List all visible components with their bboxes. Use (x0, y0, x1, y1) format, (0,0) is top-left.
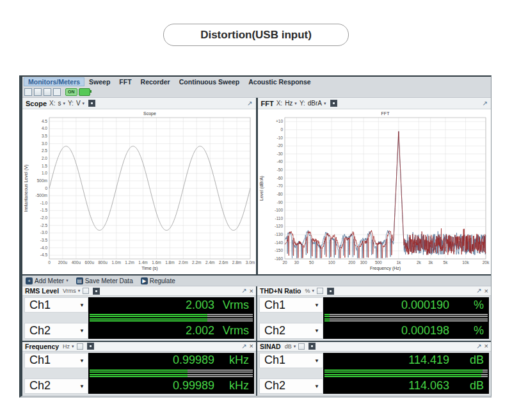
svg-text:-3.5: -3.5 (40, 238, 48, 242)
regulate-icon: ▶ (141, 277, 148, 284)
meter-display: 0.99989 kHz (88, 353, 254, 368)
svg-text:10k: 10k (462, 260, 469, 265)
popout-icon[interactable]: ↗ (241, 343, 246, 350)
svg-text:-30: -30 (276, 152, 283, 156)
layout-split-icon[interactable] (24, 88, 32, 96)
bar-meter-ch2 (90, 374, 253, 377)
svg-text:-40: -40 (276, 159, 283, 164)
display-mode-icon[interactable] (317, 288, 323, 294)
layout-grid-icon[interactable] (34, 88, 42, 96)
settings-icon[interactable] (93, 288, 100, 295)
svg-text:3k: 3k (428, 260, 433, 265)
fft-panel: FFT X: Hz ▾ Y: dBrA ▾ ↗ +100-10-20-30-4 (256, 98, 492, 274)
fft-y-unit-dropdown[interactable]: dBrA ▾ (308, 100, 326, 107)
generator-on-toggle[interactable]: ON (65, 88, 90, 96)
channel-selector[interactable]: Ch2 ▼ (259, 323, 323, 338)
meter-header: RMS Level Vrms ▾ ↗ × (22, 286, 256, 296)
meter-unit-dropdown[interactable]: Vrms ▾ (63, 288, 80, 294)
channel-selector[interactable]: Ch1 ▼ (24, 297, 88, 313)
meter-unit-dropdown[interactable]: Hz ▾ (63, 343, 74, 350)
svg-text:0: 0 (280, 127, 283, 132)
svg-text:1.0: 1.0 (42, 171, 47, 175)
svg-text:Frequency (Hz): Frequency (Hz) (369, 266, 400, 271)
display-mode-icon[interactable] (83, 288, 89, 294)
y-axis-label: Y: (68, 100, 74, 107)
close-icon[interactable]: × (250, 343, 253, 350)
svg-text:1.6m: 1.6m (152, 260, 161, 265)
tab-continuous-sweep[interactable]: Continuous Sweep (175, 77, 244, 86)
regulate-button[interactable]: ▶ Regulate (141, 277, 175, 284)
svg-text:-80: -80 (276, 192, 283, 196)
popout-icon[interactable]: ↗ (476, 288, 481, 294)
settings-icon[interactable] (330, 100, 337, 107)
channel-selector[interactable]: Ch2 ▼ (24, 323, 88, 338)
layout-single-icon[interactable] (44, 88, 51, 96)
settings-icon[interactable] (327, 288, 334, 295)
svg-text:-10: -10 (276, 136, 283, 140)
svg-text:-1.5: -1.5 (40, 208, 48, 212)
chevron-down-icon: ▾ (83, 101, 85, 106)
channel-selector[interactable]: Ch1 ▼ (259, 353, 323, 368)
meter-unit: dB (449, 354, 484, 367)
svg-text:Level (dBrA): Level (dBrA) (259, 176, 264, 201)
channel-selector[interactable]: Ch1 ▼ (259, 297, 323, 313)
svg-text:500m: 500m (37, 178, 47, 183)
svg-text:2.8m: 2.8m (232, 260, 241, 265)
layout-quad-icon[interactable] (53, 88, 61, 96)
settings-icon[interactable] (88, 100, 95, 107)
popout-icon[interactable]: ↗ (476, 343, 481, 350)
popout-icon[interactable]: ↗ (483, 100, 488, 107)
fft-x-unit-dropdown[interactable]: Hz ▾ (285, 100, 297, 107)
svg-text:1.0m: 1.0m (111, 260, 120, 265)
popout-icon[interactable]: ↗ (241, 288, 246, 294)
meter-display: 114.419 dB (323, 353, 489, 368)
display-mode-icon[interactable] (298, 343, 305, 350)
display-mode-icon[interactable] (77, 343, 83, 350)
meter-value: 2.002 (186, 324, 214, 338)
chevron-down-icon: ▼ (314, 383, 319, 389)
channel-selector[interactable]: Ch1 ▼ (24, 353, 88, 368)
svg-text:-3.0: -3.0 (40, 230, 48, 235)
close-icon[interactable]: × (484, 288, 488, 295)
meter-unit: kHz (214, 354, 249, 367)
tab-fft[interactable]: FFT (115, 77, 136, 86)
meter-value: 0.000190 (401, 299, 449, 312)
meter-panel-sinad: SINAD dB ▾ ↗ × Ch1 ▼ (257, 342, 491, 396)
close-icon[interactable]: × (250, 288, 253, 295)
meter-unit-dropdown[interactable]: % ▾ (305, 288, 314, 294)
svg-text:20: 20 (282, 260, 287, 265)
svg-text:3.0: 3.0 (42, 141, 47, 146)
svg-text:-90: -90 (276, 200, 283, 205)
bar-meter-ch2 (324, 374, 488, 377)
chevron-down-icon: ▼ (314, 302, 319, 308)
tab-monitors-meters[interactable]: Monitors/Meters (24, 77, 84, 86)
scope-x-unit-dropdown[interactable]: s ▾ (58, 100, 65, 107)
meter-display: 114.063 dB (323, 378, 489, 394)
save-meter-data-button[interactable]: ▤ Save Meter Data (76, 277, 133, 284)
svg-text:-500m: -500m (36, 193, 47, 198)
popout-icon[interactable]: ↗ (247, 100, 252, 107)
settings-icon[interactable] (308, 343, 316, 350)
meter-value: 114.419 (408, 354, 449, 367)
chevron-down-icon: ▼ (314, 328, 319, 334)
meter-unit-dropdown[interactable]: dB ▾ (285, 343, 296, 350)
meter-panel-frequency: Frequency Hz ▾ ↗ × Ch1 ▼ (22, 342, 256, 396)
bar-meters (323, 313, 489, 323)
tab-sweep[interactable]: Sweep (84, 77, 115, 86)
meter-channel-row: Ch2 ▼ 0.000198 % (259, 323, 489, 338)
close-icon[interactable]: × (484, 343, 488, 350)
page-title: Distortion(USB input) (200, 29, 312, 42)
channel-selector[interactable]: Ch2 ▼ (24, 378, 88, 394)
scope-y-unit-dropdown[interactable]: V ▾ (76, 100, 84, 107)
svg-text:-20: -20 (276, 143, 283, 148)
svg-text:-160: -160 (274, 256, 282, 261)
settings-icon[interactable] (87, 343, 94, 350)
generator-level-icon (79, 88, 90, 96)
svg-text:2.0m: 2.0m (179, 260, 188, 265)
tab-recorder[interactable]: Recorder (136, 77, 175, 86)
channel-selector[interactable]: Ch2 ▼ (259, 378, 323, 394)
tab-acoustic-response[interactable]: Acoustic Response (244, 77, 315, 86)
add-meter-button[interactable]: + Add Meter ▾ (26, 277, 68, 284)
meter-title: RMS Level (25, 287, 59, 295)
meter-channel-row: Ch1 ▼ 114.419 dB (259, 353, 489, 368)
